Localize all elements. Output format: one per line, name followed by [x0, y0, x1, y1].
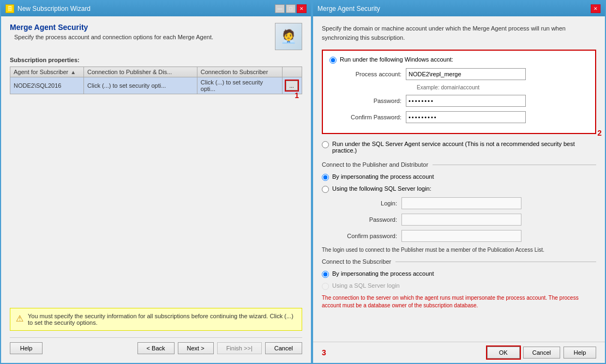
windows-account-label: Run under the following Windows account:: [340, 56, 453, 63]
subscriber-red-note: The connection to the server on which th…: [322, 294, 596, 310]
sql-agent-option: Run under the SQL Server Agent service a…: [322, 141, 596, 154]
confirm-password-row: Confirm Password:: [329, 111, 589, 123]
left-title-bar: 🗄 New Subscription Wizard — □ ✕: [1, 1, 311, 16]
agent-cell: NODE2\SQL2016: [10, 77, 84, 94]
right-panel-title: Merge Agent Security: [317, 5, 380, 13]
subscriber-sqllogin-radio: [322, 283, 329, 290]
warning-box: ⚠ You must specify the security informat…: [10, 308, 302, 331]
new-subscription-wizard: 🗄 New Subscription Wizard — □ ✕ 🧑‍💼 Merg…: [0, 0, 312, 364]
pub-password-label: Password:: [341, 216, 401, 223]
security-options-button[interactable]: ...: [286, 81, 298, 90]
badge-1: 1: [295, 91, 299, 100]
badge-2: 2: [597, 129, 602, 137]
subscription-table-container: Agent for Subscriber ▲ Connection to Pub…: [10, 66, 302, 99]
next-button[interactable]: Next >: [178, 342, 214, 354]
subscriber-impersonate-radio[interactable]: [322, 271, 329, 278]
process-account-label: Process account:: [340, 71, 406, 77]
right-close-button[interactable]: ✕: [591, 4, 601, 13]
pub-confirm-password-label: Confirm password:: [341, 233, 401, 239]
sql-agent-radio[interactable]: [322, 141, 329, 148]
pub-login-row: Login:: [341, 197, 596, 209]
windows-account-section: Run under the following Windows account:…: [322, 50, 596, 134]
subscriber-cell: Click (...) to set security opti...: [197, 77, 282, 94]
right-intro-text: Specify the domain or machine account un…: [322, 24, 596, 42]
publisher-login-fields: Login: Password: Confirm password:: [322, 197, 596, 242]
publisher-sqllogin-label: Using the following SQL Server login:: [332, 185, 431, 192]
col-header-agent: Agent for Subscriber ▲: [10, 67, 84, 77]
left-panel-title: New Subscription Wizard: [17, 5, 91, 13]
subscriber-impersonate-label: By impersonating the process account: [332, 270, 434, 277]
wizard-content: 🧑‍💼 Merge Agent Security Specify the pro…: [1, 16, 311, 363]
pub-login-input[interactable]: [401, 197, 521, 209]
wizard-icon: 🗄: [5, 4, 14, 13]
cancel-button[interactable]: Cancel: [265, 342, 302, 354]
ok-button[interactable]: OK: [487, 347, 520, 359]
title-bar-controls: — □ ✕: [275, 4, 307, 13]
help-button[interactable]: Help: [10, 342, 43, 354]
right-title-bar: Merge Agent Security ✕: [313, 1, 605, 16]
publisher-cell: Click (...) to set security opti...: [84, 77, 197, 94]
subscription-properties-label: Subscription properties:: [10, 57, 302, 63]
table-row: NODE2\SQL2016 Click (...) to set securit…: [10, 77, 302, 94]
wizard-header: 🧑‍💼 Merge Agent Security Specify the pro…: [10, 23, 302, 50]
pub-confirm-password-input[interactable]: [401, 230, 521, 242]
process-account-row: Process account:: [329, 68, 589, 80]
pub-login-label: Login:: [341, 200, 401, 207]
sql-agent-label: Run under the SQL Server Agent service a…: [332, 141, 596, 154]
wizard-image: 🧑‍💼: [275, 23, 302, 50]
col-header-action: [282, 67, 302, 77]
publisher-impersonate-option: By impersonating the process account: [322, 173, 596, 181]
windows-account-radio-option: Run under the following Windows account:: [329, 56, 589, 64]
pub-password-row: Password:: [341, 214, 596, 226]
warning-text: You must specify the security informatio…: [28, 313, 296, 326]
action-cell: ...: [282, 77, 302, 94]
subscriber-impersonate-option: By impersonating the process account: [322, 270, 596, 278]
col-header-subscriber: Connection to Subscriber: [197, 67, 282, 77]
pub-confirm-password-row: Confirm password:: [341, 230, 596, 242]
publisher-sqllogin-option: Using the following SQL Server login:: [322, 185, 596, 193]
subscriber-sqllogin-label: Using a SQL Server login: [332, 282, 400, 289]
publisher-sqllogin-radio[interactable]: [322, 186, 329, 193]
windows-account-radio[interactable]: [329, 57, 337, 64]
confirm-password-label: Confirm Password:: [340, 114, 406, 120]
wizard-subtitle: Specify the process account and connecti…: [10, 34, 302, 40]
subscription-table: Agent for Subscriber ▲ Connection to Pub…: [10, 66, 302, 94]
right-cancel-button[interactable]: Cancel: [523, 347, 560, 359]
publisher-note: The login used to connect to the Publish…: [322, 246, 596, 254]
merge-agent-security-dialog: Merge Agent Security ✕ Specify the domai…: [312, 0, 606, 364]
confirm-password-input[interactable]: [406, 111, 526, 123]
footer-badge-3: 3: [322, 348, 326, 357]
maximize-button[interactable]: □: [286, 4, 296, 13]
subscriber-section-title: Connect to the Subscriber: [322, 258, 596, 265]
password-input[interactable]: [406, 95, 526, 107]
wizard-main-title: Merge Agent Security: [10, 23, 302, 32]
minimize-button[interactable]: —: [275, 4, 285, 13]
title-bar-left: 🗄 New Subscription Wizard: [5, 4, 91, 13]
right-help-button[interactable]: Help: [563, 347, 596, 359]
col-header-publisher: Connection to Publisher & Dis...: [84, 67, 197, 77]
back-button[interactable]: < Back: [137, 342, 175, 354]
finish-button[interactable]: Finish >>|: [217, 342, 262, 354]
warning-icon: ⚠: [16, 313, 23, 324]
publisher-impersonate-radio[interactable]: [322, 174, 329, 181]
password-label: Password:: [340, 98, 406, 104]
right-content: Specify the domain or machine account un…: [313, 16, 605, 342]
publisher-impersonate-label: By impersonating the process account: [332, 173, 434, 180]
password-row: Password:: [329, 95, 589, 107]
process-account-input[interactable]: [406, 68, 526, 80]
example-text: Example: domain\account: [406, 84, 589, 90]
sort-arrow-icon: ▲: [70, 69, 76, 75]
pub-password-input[interactable]: [401, 214, 521, 226]
close-button[interactable]: ✕: [297, 4, 307, 13]
subscriber-sqllogin-option: Using a SQL Server login: [322, 282, 596, 290]
wizard-footer: Help < Back Next > Finish >>| Cancel: [10, 337, 302, 356]
right-footer: 3 OK Cancel Help: [313, 342, 605, 363]
publisher-section-title: Connect to the Publisher and Distributor: [322, 161, 596, 168]
